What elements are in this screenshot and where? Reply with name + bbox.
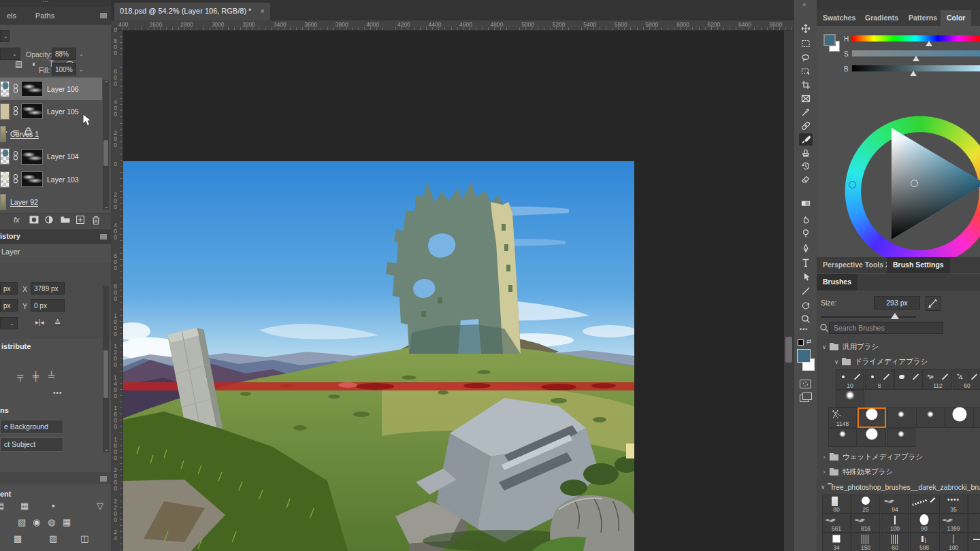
type-tool[interactable] bbox=[799, 256, 813, 269]
brush-item[interactable]: 94 bbox=[881, 495, 909, 514]
layer-name[interactable]: Layer 104 bbox=[47, 152, 79, 161]
adjustment-icon[interactable]: ◫ bbox=[80, 533, 88, 544]
brush-item[interactable]: 112 bbox=[924, 369, 952, 390]
adjustment-icon[interactable]: ▤ bbox=[0, 501, 4, 511]
brush-folder[interactable]: ∨ドライメディアブラシ bbox=[817, 354, 980, 369]
close-tab-icon[interactable]: × bbox=[260, 7, 264, 15]
layer-name[interactable]: Layer 105 bbox=[47, 107, 79, 116]
search-brushes-input[interactable] bbox=[829, 322, 943, 334]
distribute-icon-1[interactable]: ╪ bbox=[33, 371, 39, 381]
path-select-tool[interactable] bbox=[799, 271, 813, 283]
brush-item[interactable]: 1 bbox=[968, 495, 980, 514]
brush-item[interactable]: 100 bbox=[881, 514, 909, 533]
remove-background-button[interactable]: e Background bbox=[0, 420, 63, 434]
screen-mode-icon[interactable] bbox=[800, 395, 809, 402]
line-tool[interactable] bbox=[799, 285, 813, 297]
gradient-tool[interactable] bbox=[799, 197, 813, 210]
height-field[interactable]: px bbox=[0, 299, 18, 312]
brush-item[interactable] bbox=[975, 407, 980, 428]
quick-mask-icon[interactable] bbox=[800, 380, 811, 388]
pen-tool[interactable] bbox=[799, 242, 813, 254]
mini-foreground-swatch[interactable] bbox=[823, 34, 836, 46]
brush-tool[interactable] bbox=[799, 133, 813, 146]
new-layer-icon[interactable] bbox=[76, 216, 84, 226]
sb-triangle[interactable] bbox=[887, 122, 980, 245]
filter-kind-dropdown[interactable]: ⌄ bbox=[0, 30, 10, 42]
frame-tool[interactable] bbox=[799, 93, 813, 105]
tab-brush-settings[interactable]: Brush Settings bbox=[887, 257, 950, 273]
brush-item[interactable] bbox=[910, 495, 938, 514]
layers-scrollbar[interactable]: ⌃ ⌄ bbox=[103, 80, 109, 210]
tab-swatches[interactable]: Swatches bbox=[817, 10, 862, 26]
hue-ring-cursor[interactable] bbox=[849, 181, 856, 188]
slider-track-H[interactable] bbox=[852, 35, 980, 41]
adjustments-panel-menu-icon[interactable] bbox=[100, 476, 107, 482]
layer-name[interactable]: Curves 1 bbox=[10, 130, 39, 139]
ref-dropdown[interactable]: ⌄ bbox=[0, 317, 18, 329]
adjustment-icon[interactable]: ▨ bbox=[49, 533, 57, 544]
brush-folder[interactable]: ›ウェットメディアブラシ bbox=[817, 450, 980, 465]
eyedropper-tool[interactable] bbox=[799, 106, 813, 118]
y-field[interactable]: 0 px bbox=[31, 299, 65, 312]
collapse-toolbar-icon[interactable]: « bbox=[802, 1, 806, 8]
brush-item[interactable]: 561 bbox=[822, 514, 851, 533]
adjustment-icon[interactable]: ▪ bbox=[52, 501, 55, 511]
document-canvas[interactable] bbox=[123, 161, 634, 551]
fill-value[interactable]: 100% bbox=[52, 63, 76, 76]
brush-item[interactable]: 90 bbox=[910, 514, 938, 533]
marquee-tool[interactable] bbox=[799, 37, 813, 50]
opacity-dropdown-arrow[interactable]: ⌄ bbox=[79, 51, 84, 57]
brush-item[interactable] bbox=[836, 390, 864, 407]
adjustment-icon[interactable] bbox=[45, 216, 53, 226]
foreground-color-swatch[interactable] bbox=[797, 349, 811, 363]
document-tab[interactable]: 018.psd @ 54.2% (Layer 106, RGB/8) * × bbox=[114, 3, 270, 20]
brush-item[interactable] bbox=[945, 407, 974, 428]
select-subject-button[interactable]: ct Subject bbox=[0, 437, 63, 452]
eraser-tool[interactable] bbox=[799, 173, 813, 185]
brush-item[interactable] bbox=[858, 428, 886, 447]
brush-item[interactable]: 60 bbox=[953, 369, 980, 390]
edit-toolbar-icon[interactable]: ••• bbox=[800, 326, 808, 333]
chevron-down-icon[interactable]: ∨ bbox=[821, 484, 826, 490]
adjustment-icon[interactable]: ▩ bbox=[14, 533, 22, 544]
brush-item[interactable] bbox=[887, 428, 915, 447]
brush-item[interactable]: 60 bbox=[881, 533, 909, 551]
mask-icon[interactable] bbox=[29, 216, 39, 226]
clone-stamp-tool[interactable] bbox=[799, 147, 813, 159]
distribute-icon-0[interactable]: ╤ bbox=[17, 371, 23, 381]
tab-patterns[interactable]: Patterns bbox=[902, 10, 943, 26]
brush-folder[interactable]: ∨汎用ブラシ bbox=[817, 339, 980, 354]
panel-menu-icon[interactable] bbox=[100, 13, 107, 18]
layer-name[interactable]: Layer 106 bbox=[47, 85, 79, 93]
brush-item[interactable] bbox=[968, 533, 980, 551]
brush-item[interactable]: 816 bbox=[851, 514, 880, 533]
distribute-icon-2[interactable]: ╧ bbox=[48, 371, 54, 381]
slider-thumb-S[interactable] bbox=[913, 56, 919, 61]
fill-dropdown-arrow[interactable]: ⌄ bbox=[79, 67, 84, 73]
chevron-down-icon[interactable]: ∨ bbox=[833, 358, 840, 365]
tab-gradients[interactable]: Gradients bbox=[859, 10, 904, 26]
tab-channels[interactable]: els bbox=[0, 7, 23, 25]
pasteboard[interactable] bbox=[123, 31, 784, 551]
flip-vertical-icon[interactable]: ≙ bbox=[54, 318, 61, 327]
brush-item[interactable] bbox=[887, 407, 915, 428]
brush-item[interactable]: 35 bbox=[939, 495, 968, 514]
brush-item[interactable] bbox=[858, 407, 886, 428]
brush-item[interactable]: 1399 bbox=[939, 514, 968, 533]
default-colors-icon[interactable] bbox=[798, 339, 804, 346]
layer-row[interactable]: Layer 92 bbox=[0, 191, 102, 214]
lasso-tool[interactable] bbox=[799, 52, 813, 64]
layer-mask-thumbnail[interactable] bbox=[21, 171, 43, 187]
brush-item[interactable]: 8 bbox=[865, 369, 894, 390]
object-selection-tool[interactable] bbox=[799, 65, 813, 78]
x-field[interactable]: 3789 px bbox=[31, 282, 65, 295]
layer-row[interactable]: Layer 103 bbox=[0, 168, 102, 190]
more-options-icon[interactable]: ••• bbox=[53, 389, 63, 397]
adjustment-icon[interactable]: ◉ bbox=[33, 517, 40, 527]
brush-item[interactable]: 80 bbox=[822, 495, 851, 514]
brush-size-value[interactable]: 293 px bbox=[874, 296, 920, 310]
blend-mode-dropdown[interactable]: ⌄ bbox=[0, 48, 20, 60]
layer-mask-thumbnail[interactable] bbox=[21, 81, 43, 97]
crop-tool[interactable] bbox=[799, 79, 813, 91]
healing-tool[interactable] bbox=[799, 120, 813, 132]
